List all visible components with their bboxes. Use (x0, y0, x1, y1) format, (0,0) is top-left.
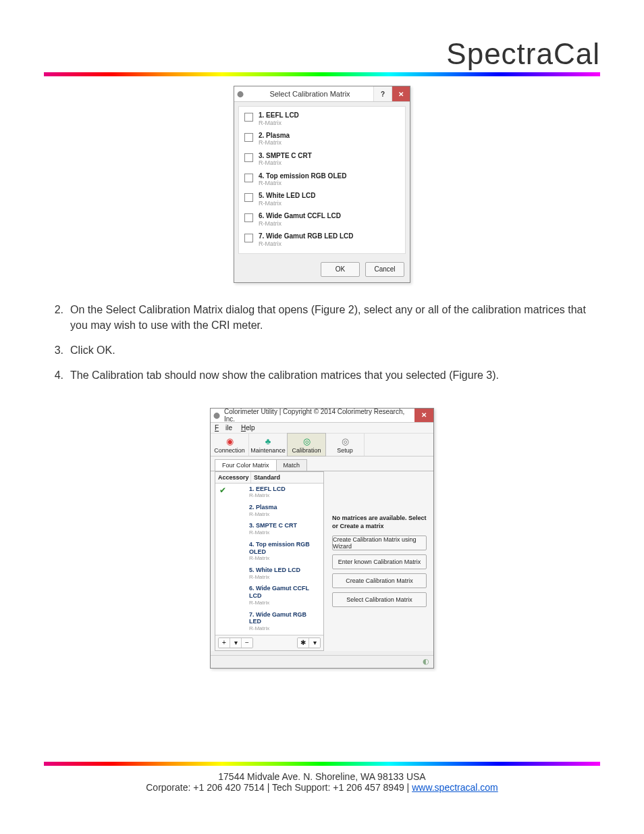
dialog-title: Select Calibration Matrix (246, 86, 373, 101)
matrix-subtitle: R-Matrix (259, 139, 290, 146)
enter-known-matrix-button[interactable]: Enter known Calibration Matrix (332, 554, 427, 569)
matrix-subtitle: R-Matrix (249, 574, 319, 581)
matrix-subtitle: R-Matrix (259, 240, 353, 247)
window-title: Colorimeter Utility | Copyright © 2014 C… (223, 409, 414, 422)
column-standard: Standard (251, 472, 323, 483)
empty-state-message: No matrices are available. Select or Cre… (332, 515, 427, 530)
matrix-subtitle: R-Matrix (259, 180, 346, 186)
menu-file[interactable]: File (215, 424, 232, 432)
matrix-list-item[interactable]: 4. Top emission RGB OLEDR-Matrix (239, 170, 405, 190)
step-text: The Calibration tab should now show the … (70, 369, 499, 381)
menu-help[interactable]: Help (241, 424, 255, 432)
toolbar-maintenance[interactable]: ♣ Maintenance (249, 434, 288, 456)
footer-sep: | (265, 782, 272, 793)
matrix-subtitle: R-Matrix (249, 511, 319, 518)
column-accessory: Accessory (215, 472, 251, 483)
matrix-name: 2. Plasma (249, 504, 319, 511)
matrix-name: 4. Top emission RGB OLED (259, 172, 346, 180)
app-icon: ⬤ (234, 86, 246, 101)
checkmark-icon: ✔ (219, 486, 226, 495)
close-button[interactable]: ✕ (392, 86, 410, 101)
matrix-subtitle: R-Matrix (249, 492, 319, 499)
matrix-subtitle: R-Matrix (259, 159, 312, 166)
matrix-name: 6. Wide Gamut CCFL LCD (259, 212, 341, 220)
matrix-list-item[interactable]: 2. PlasmaR-Matrix (215, 502, 323, 520)
tab-match[interactable]: Match (276, 459, 308, 471)
matrix-name: 7. Wide Gamut RGB LED (249, 611, 319, 626)
matrix-list: 1. EEFL LCDR-Matrix2. PlasmaR-Matrix3. S… (238, 106, 406, 254)
checkbox[interactable] (244, 153, 253, 162)
matrix-name: 2. Plasma (259, 132, 290, 140)
ok-button[interactable]: OK (321, 262, 360, 277)
colorimeter-utility-window: ⬤ Colorimeter Utility | Copyright © 2014… (210, 408, 434, 669)
matrix-list-panel: Accessory Standard ✔1. EEFL LCDR-Matrix2… (215, 471, 324, 651)
checkbox[interactable] (244, 133, 253, 142)
select-matrix-button[interactable]: Select Calibration Matrix (332, 592, 427, 607)
checkbox[interactable] (244, 113, 253, 122)
matrix-subtitle: R-Matrix (259, 220, 341, 227)
checkbox[interactable] (244, 213, 253, 222)
app-icon: ⬤ (211, 409, 223, 422)
settings-button[interactable]: ✱ (298, 638, 309, 648)
cancel-button[interactable]: Cancel (365, 262, 404, 277)
status-icon: ◐ (423, 657, 429, 666)
step-number: 2. (47, 302, 63, 317)
matrix-subtitle: R-Matrix (259, 200, 315, 207)
matrix-name: 5. White LED LCD (249, 567, 319, 574)
toolbar-label: Calibration (288, 447, 325, 454)
matrix-subtitle: R-Matrix (249, 529, 319, 536)
gear-icon: ◉ (211, 436, 248, 447)
matrix-name: 1. EEFL LCD (259, 111, 299, 120)
matrix-list-item[interactable]: ✔1. EEFL LCDR-Matrix (215, 484, 323, 502)
step-text: Click OK. (70, 344, 115, 356)
step-text: On the Select Calibration Matrix dialog … (70, 304, 586, 331)
matrix-list-item[interactable]: 1. EEFL LCDR-Matrix (239, 109, 405, 130)
matrix-subtitle: R-Matrix (249, 625, 319, 632)
footer-tech-phone: +1 206 457 8949 (333, 782, 404, 793)
footer-corporate-phone: +1 206 420 7514 (193, 782, 265, 793)
matrix-name: 3. SMPTE C CRT (249, 522, 319, 529)
footer-corporate-label: Corporate: (146, 782, 193, 793)
matrix-list-item[interactable]: 6. Wide Gamut CCFL LCDR-Matrix (239, 210, 405, 230)
matrix-list-item[interactable]: 2. PlasmaR-Matrix (239, 130, 405, 150)
help-button[interactable]: ? (373, 86, 392, 101)
matrix-list-item[interactable]: 5. White LED LCDR-Matrix (239, 190, 405, 210)
target-icon: ◎ (288, 436, 325, 447)
target-outline-icon: ◎ (326, 436, 364, 447)
matrix-list-item[interactable]: 3. SMPTE C CRTR-Matrix (215, 520, 323, 538)
toolbar-label: Setup (326, 447, 364, 454)
create-matrix-button[interactable]: Create Calibration Matrix (332, 573, 427, 588)
footer-sep: | (404, 782, 412, 793)
matrix-subtitle: R-Matrix (259, 120, 299, 126)
toolbar: ◉ Connection ♣ Maintenance ◎ Calibration… (211, 434, 433, 457)
matrix-list-item[interactable]: 4. Top emission RGB OLEDR-Matrix (215, 539, 323, 565)
matrix-name: 5. White LED LCD (259, 192, 315, 200)
matrix-subtitle: R-Matrix (249, 600, 319, 606)
toolbar-calibration[interactable]: ◎ Calibration (287, 433, 326, 457)
add-dropdown[interactable]: ▾ (230, 638, 242, 648)
tools-icon: ♣ (249, 436, 287, 447)
remove-button[interactable]: − (242, 638, 252, 648)
step-number: 4. (47, 367, 63, 383)
toolbar-connection[interactable]: ◉ Connection (211, 434, 249, 456)
settings-dropdown[interactable]: ▾ (309, 638, 320, 648)
toolbar-label: Maintenance (249, 447, 287, 454)
status-bar: ◐ (211, 655, 433, 668)
matrix-list-item[interactable]: 3. SMPTE C CRTR-Matrix (239, 150, 405, 170)
menu-bar: File Help (211, 423, 433, 434)
toolbar-setup[interactable]: ◎ Setup (326, 434, 365, 456)
footer-link[interactable]: www.spectracal.com (412, 782, 498, 793)
create-wizard-button[interactable]: Create Calibration Matrix using Wizard (332, 536, 427, 550)
matrix-list-item[interactable]: 6. Wide Gamut CCFL LCDR-Matrix (215, 583, 323, 608)
matrix-list-item[interactable]: 7. Wide Gamut RGB LEDR-Matrix (215, 609, 323, 635)
checkbox[interactable] (244, 174, 253, 182)
close-button[interactable]: ✕ (414, 409, 433, 422)
footer-tech-label: Tech Support: (272, 782, 333, 793)
subtab-bar: Four Color Matrix Match (211, 457, 433, 471)
matrix-list-item[interactable]: 5. White LED LCDR-Matrix (215, 565, 323, 583)
matrix-list-item[interactable]: 7. Wide Gamut RGB LED LCDR-Matrix (239, 230, 405, 251)
add-button[interactable]: + (219, 638, 230, 648)
checkbox[interactable] (244, 234, 253, 242)
checkbox[interactable] (244, 193, 253, 202)
tab-four-color-matrix[interactable]: Four Color Matrix (215, 459, 277, 471)
